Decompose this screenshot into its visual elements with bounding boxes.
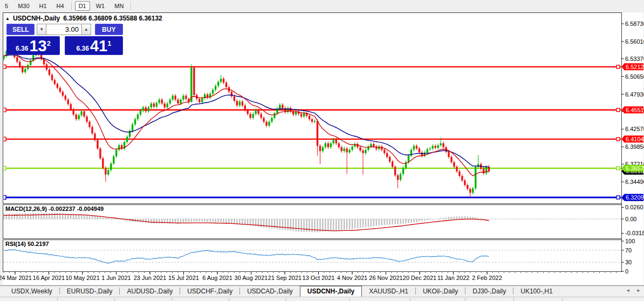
candle-body xyxy=(153,104,155,107)
candle-body xyxy=(51,75,53,80)
candle-body xyxy=(137,114,139,119)
line-right-handle[interactable] xyxy=(616,167,620,170)
tab-usdx-weekly[interactable]: USDX,Weekly xyxy=(4,286,59,297)
buy-price-big: 41 xyxy=(90,38,107,54)
price-badge: 6.52126 xyxy=(622,63,644,70)
candle-body xyxy=(450,157,452,162)
macd-indicator-label: MACD(12,26,9) -0.002237 -0.004949 xyxy=(5,206,104,212)
candle-body xyxy=(338,143,340,147)
candle-body xyxy=(335,139,337,143)
buy-price-pip: 1 xyxy=(107,39,111,47)
candle-body xyxy=(330,143,332,147)
line-right-handle[interactable] xyxy=(616,65,620,69)
candle-body xyxy=(475,167,476,188)
line-right-handle[interactable] xyxy=(616,138,620,141)
trading-app-window: 5M30H1H4D1W1MN 6.587306.560106.533706.50… xyxy=(0,0,644,301)
price-badge-label: 6.32098 xyxy=(626,194,644,201)
buy-price-box[interactable]: 6.36 41 1 xyxy=(65,36,123,55)
candle-body xyxy=(172,95,173,99)
price-tick-label: 6.47930 xyxy=(625,91,644,98)
tab-scroll-buttons: ◄ ► xyxy=(626,288,641,293)
candle-body xyxy=(373,144,374,147)
date-label: 11 Jan 2022 xyxy=(437,275,470,281)
candle-body xyxy=(110,163,112,170)
candle-body xyxy=(59,88,61,92)
candle-body xyxy=(244,105,246,110)
tab-xauusd-h1[interactable]: XAUUSD-,H1 xyxy=(362,286,415,297)
candle-body xyxy=(57,84,58,88)
candle-body xyxy=(115,150,117,156)
candle-body xyxy=(217,82,219,86)
tab-dj30-daily[interactable]: DJ30-,Daily xyxy=(465,286,513,297)
candle-body xyxy=(408,156,409,162)
candle-body xyxy=(397,175,399,180)
chart-title: ▲ USDCNH-,Daily 6.35966 6.36809 6.35588 … xyxy=(5,15,162,22)
date-label: 4 Nov 2021 xyxy=(337,275,367,281)
collapse-icon[interactable]: ▲ xyxy=(5,16,10,21)
tab-usdcad-daily[interactable]: USDCAD-,Daily xyxy=(240,286,300,297)
line-right-handle[interactable] xyxy=(616,196,620,199)
sell-price-box[interactable]: 6.36 13 2 xyxy=(6,36,60,55)
candle-body xyxy=(255,110,256,114)
candle-body xyxy=(156,103,157,107)
candle-body xyxy=(215,86,216,90)
candle-body xyxy=(416,146,417,148)
candle-body xyxy=(19,61,20,67)
buy-button[interactable]: BUY xyxy=(95,24,123,35)
candle-body xyxy=(132,125,133,131)
candle-body xyxy=(140,111,141,114)
candle-body xyxy=(392,161,393,167)
candle-body xyxy=(327,143,329,147)
candle-body xyxy=(268,122,270,126)
candle-body xyxy=(488,167,490,171)
volume-decrease-button[interactable]: ▼ xyxy=(37,24,46,35)
tab-eurusd-daily[interactable]: EURUSD-,Daily xyxy=(60,286,120,297)
line-right-handle[interactable] xyxy=(616,108,620,112)
candle-body xyxy=(429,148,431,149)
sell-price-pip: 2 xyxy=(47,39,51,47)
sell-price-big: 13 xyxy=(29,38,46,54)
candle-body xyxy=(142,107,144,111)
candle-body xyxy=(346,148,347,152)
tab-usdcnh-daily[interactable]: USDCNH-,Daily xyxy=(300,286,362,297)
candle-body xyxy=(250,114,251,118)
candle-body xyxy=(27,65,29,69)
candle-body xyxy=(148,107,149,111)
candle-body xyxy=(348,150,350,153)
tab-scroll-right-icon[interactable]: ► xyxy=(636,288,641,293)
candle-body xyxy=(145,107,147,111)
price-badge-label: 6.45515 xyxy=(626,107,644,113)
candle-body xyxy=(271,118,272,121)
candle-body xyxy=(32,55,34,60)
candle-body xyxy=(73,110,74,115)
candle-body xyxy=(469,189,471,193)
gutter-separator xyxy=(172,298,172,301)
tab-audusd-daily[interactable]: AUDUSD-,Daily xyxy=(120,286,180,297)
tab-uk100-h1[interactable]: UK100-,H1 xyxy=(513,286,559,297)
price-badge: 6.32098 xyxy=(622,194,644,201)
gutter-separator xyxy=(465,298,465,301)
candle-body xyxy=(458,172,460,176)
candle-body xyxy=(75,114,77,119)
candle-body xyxy=(83,111,85,117)
candle-body xyxy=(99,148,101,158)
buy-price-small: 6.36 xyxy=(77,45,89,52)
candle-body xyxy=(303,113,305,117)
candle-body xyxy=(54,80,56,84)
candle-body xyxy=(86,117,87,122)
candle-body xyxy=(359,147,361,150)
candle-body xyxy=(472,188,474,193)
chart-tab-bar: USDX,WeeklyEURUSD-,DailyAUDUSD-,DailyUSD… xyxy=(0,285,644,297)
tab-ukoil-daily[interactable]: UKOil-,Daily xyxy=(416,286,465,297)
candle-body xyxy=(365,150,366,153)
date-label: 26 Nov 2021 xyxy=(369,275,402,281)
volume-input[interactable]: 3.00 xyxy=(46,24,81,35)
candle-body xyxy=(65,95,66,99)
tab-scroll-left-icon[interactable]: ◄ xyxy=(626,288,630,293)
sell-button[interactable]: SELL xyxy=(6,24,35,35)
tab-usdchf-daily[interactable]: USDCHF-,Daily xyxy=(180,286,239,297)
volume-increase-button[interactable]: ▲ xyxy=(81,24,91,35)
candle-body xyxy=(383,150,385,153)
candle-body xyxy=(386,153,388,157)
candle-body xyxy=(46,64,47,70)
